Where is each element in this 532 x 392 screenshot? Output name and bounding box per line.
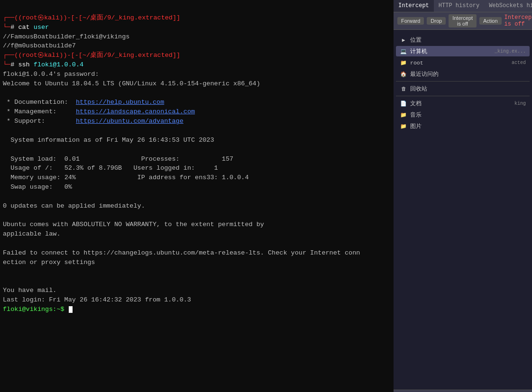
output-lastlogin: Last login: Fri May 26 16:42:32 2023 fro… <box>3 296 191 303</box>
tab-websockets[interactable]: WebSockets history <box>484 0 532 12</box>
docs-right: king <box>514 101 526 106</box>
trash-icon: 🗑 <box>400 85 407 92</box>
prompt-dash-1: └─ <box>3 24 10 31</box>
output-doc: * Documentation: https://help.ubuntu.com <box>3 99 164 106</box>
list-item-music[interactable]: 📁 音乐 <box>396 109 530 120</box>
root-label: root <box>410 60 423 66</box>
intercept-off-button[interactable]: Intercept is off <box>449 14 477 27</box>
prompt-dash-2: └─ <box>3 61 10 68</box>
prompt-user-1: (root㉿kali) <box>18 14 63 21</box>
tab-http-history[interactable]: HTTP history <box>434 0 484 12</box>
list-item-location[interactable]: ▶ 位置 <box>396 35 530 45</box>
output-warranty2: applicable law. <box>3 230 61 237</box>
pictures-folder-icon: 📁 <box>400 122 407 130</box>
arrow-icon: ▶ <box>400 36 407 44</box>
burp-toolbar: Forward Drop Intercept is off Action Int… <box>394 12 532 30</box>
prompt-path-2: -[~/桌面/9/_king.extracted] <box>75 52 176 59</box>
list-item-root[interactable]: 📁 root acted <box>396 57 530 68</box>
output-mail: You have mail. <box>3 287 56 294</box>
support-link: https://ubuntu.com/advantage <box>76 118 183 125</box>
output-warranty1: Ubuntu comes with ABSOLUTELY NO WARRANTY… <box>3 221 264 228</box>
cmd-hash-1: # cat <box>10 24 34 31</box>
prompt-bracket-1b: )-[ <box>63 14 74 21</box>
docs-label: 文档 <box>410 100 422 107</box>
output-mgmt: * Management: https://landscape.canonica… <box>3 108 195 115</box>
computer-icon: 💻 <box>400 47 407 55</box>
output-swap: Swap usage: 0% <box>3 183 72 191</box>
output-sysload: System load: 0.01 Processes: 157 <box>3 155 233 163</box>
output-prompt-final: floki@vikings:~$ <box>3 306 68 313</box>
prompt-bracket-2c: ] <box>176 52 180 59</box>
output-line-3: //f@m0usboatbuilde7 <box>3 42 76 49</box>
list-item-docs[interactable]: 📄 文档 king <box>396 98 530 109</box>
right-panel: Intercept HTTP history WebSockets histor… <box>394 0 532 392</box>
output-failed2: ection or proxy settings <box>3 259 95 266</box>
cmd-hash-2: # ssh <box>10 61 34 68</box>
output-welcome: Welcome to Ubuntu 18.04.5 LTS (GNU/Linux… <box>3 80 260 87</box>
mgmt-link: https://landscape.canonical.com <box>76 108 195 115</box>
music-label: 音乐 <box>410 111 422 119</box>
folder-icon-root: 📁 <box>400 59 407 66</box>
divider-1 <box>396 81 530 82</box>
recent-label: 最近访问的 <box>410 71 439 78</box>
terminal-cursor <box>69 306 73 313</box>
list-item-computer[interactable]: 💻 计算机 _king.ex... <box>396 46 530 56</box>
prompt-bracket-2b: )-[ <box>63 52 74 59</box>
drop-button[interactable]: Drop <box>427 17 446 25</box>
forward-button[interactable]: Forward <box>397 17 424 25</box>
output-failed: Failed to connect to https://changelogs.… <box>3 249 360 256</box>
output-support: * Support: https://ubuntu.com/advantage <box>3 118 183 125</box>
output-memory: Memory usage: 24% IP address for ens33: … <box>3 174 249 181</box>
desktop-area: ▶ 位置 💻 计算机 _king.ex... 📁 root acted 🏠 最近… <box>394 30 532 390</box>
prompt-bracket-1: ┌──( <box>3 14 18 21</box>
prompt-path-1: -[~/桌面/9/_king.extracted] <box>75 14 176 21</box>
output-password: floki@1.0.0.4's password: <box>3 71 99 78</box>
divider-2 <box>396 96 530 96</box>
location-label: 位置 <box>410 36 422 44</box>
status-bar <box>394 390 532 392</box>
cmd-arg-1: user <box>34 24 49 31</box>
output-sysinfo: System information as of Fri May 26 16:4… <box>3 137 214 144</box>
terminal-output: ┌──((root㉿kali))-[-[~/桌面/9/_king.extract… <box>0 0 394 328</box>
list-item-recent[interactable]: 🏠 最近访问的 <box>396 69 530 79</box>
desktop-icons: ▶ 位置 💻 计算机 _king.ex... 📁 root acted 🏠 最近… <box>394 30 532 136</box>
pictures-label: 图片 <box>410 123 422 130</box>
computer-label: 计算机 <box>410 48 427 55</box>
output-line-2: //FamousBoatbuilder_floki@vikings <box>3 33 129 40</box>
output-updates: 0 updates can be applied immediately. <box>3 202 145 210</box>
doc-icon: 📄 <box>400 100 407 107</box>
list-item-pictures[interactable]: 📁 图片 <box>396 121 530 131</box>
home-icon: 🏠 <box>400 70 407 78</box>
computer-right: _king.ex... <box>495 49 526 54</box>
action-button[interactable]: Action <box>479 17 502 25</box>
prompt-bracket-2: ┌──( <box>3 52 18 59</box>
doc-link: https://help.ubuntu.com <box>76 99 164 106</box>
output-usage: Usage of /: 52.3% of 8.79GB Users logged… <box>3 164 218 172</box>
prompt-user-2: (root㉿kali) <box>18 52 63 59</box>
cmd-arg-2: floki@1.0.0.4 <box>34 61 83 68</box>
intercept-status: Intercept is off <box>504 14 532 27</box>
tab-intercept[interactable]: Intercept <box>394 0 434 12</box>
root-right: acted <box>512 60 526 65</box>
burp-tabs: Intercept HTTP history WebSockets histor… <box>394 0 532 12</box>
music-folder-icon: 📁 <box>400 111 407 119</box>
prompt-bracket-1c: ] <box>176 14 180 21</box>
list-item-trash[interactable]: 🗑 回收站 <box>396 83 530 94</box>
terminal-panel[interactable]: ┌──((root㉿kali))-[-[~/桌面/9/_king.extract… <box>0 0 394 392</box>
trash-label: 回收站 <box>410 85 427 92</box>
